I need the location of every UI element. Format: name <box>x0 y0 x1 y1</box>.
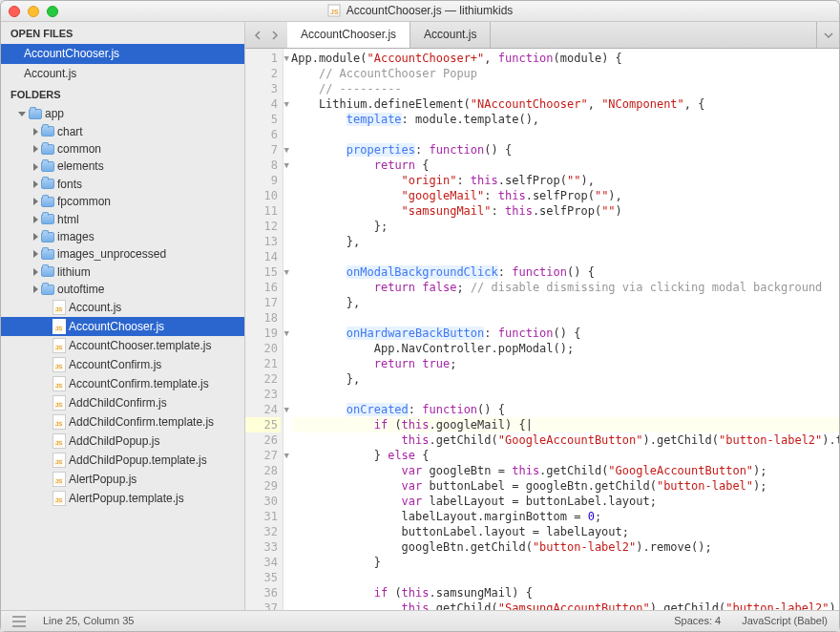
folder-icon <box>41 232 54 242</box>
minimize-icon[interactable] <box>28 6 39 17</box>
disclosure-icon[interactable] <box>33 198 38 205</box>
js-file-icon <box>52 300 66 315</box>
file-item[interactable]: AlertPopup.template.js <box>1 489 244 508</box>
close-icon[interactable] <box>9 6 20 17</box>
folder-icon <box>41 126 54 137</box>
tree-item-label: AddChildPopup.template.js <box>69 453 207 467</box>
folder-icon <box>41 197 54 207</box>
folder-icon <box>41 161 54 172</box>
tab[interactable]: AccountChooser.js <box>287 22 410 48</box>
file-item[interactable]: AccountChooser.js <box>1 317 244 336</box>
tree-item-label: AccountChooser.template.js <box>69 339 211 352</box>
js-file-icon <box>52 453 66 468</box>
folder-item[interactable]: elements <box>1 158 244 175</box>
folder-icon <box>41 249 54 260</box>
file-item[interactable]: AccountChooser.template.js <box>1 336 244 355</box>
tree-item-label: AddChildConfirm.template.js <box>69 415 214 429</box>
folders-header: FOLDERS <box>1 83 244 105</box>
file-item[interactable]: AddChildPopup.js <box>1 432 244 451</box>
open-file-item[interactable]: Account.js <box>1 64 244 83</box>
sidebar[interactable]: OPEN FILES AccountChooser.jsAccount.js F… <box>1 22 245 610</box>
title-center: JS AccountChooser.js — lithiumkids <box>327 4 514 17</box>
folder-item[interactable]: lithium <box>1 263 244 281</box>
js-file-icon <box>52 319 66 334</box>
indent-setting[interactable]: Spaces: 4 <box>674 615 721 627</box>
tab-container: AccountChooser.jsAccount.js <box>287 22 491 48</box>
tree-item-label: images <box>57 230 94 243</box>
disclosure-icon[interactable] <box>33 216 38 223</box>
js-file-icon <box>52 433 66 449</box>
folder-tree: appchartcommonelementsfontsfpcommonhtmli… <box>1 105 244 508</box>
disclosure-icon[interactable] <box>33 180 38 188</box>
disclosure-icon[interactable] <box>33 250 38 258</box>
tree-item-label: chart <box>57 125 83 138</box>
disclosure-icon[interactable] <box>33 145 38 153</box>
gutter[interactable]: 1▼234▼567▼8▼9101112131415▼16171819▼20212… <box>245 49 284 610</box>
folder-icon <box>29 109 42 119</box>
file-item[interactable]: AddChildPopup.template.js <box>1 451 244 470</box>
disclosure-icon[interactable] <box>33 285 38 293</box>
zoom-icon[interactable] <box>47 6 58 17</box>
tabbar: AccountChooser.jsAccount.js <box>245 22 839 49</box>
file-item[interactable]: AddChildConfirm.template.js <box>1 412 244 432</box>
folder-icon <box>41 284 54 295</box>
tree-item-label: html <box>57 213 79 226</box>
folder-item[interactable]: images_unprocessed <box>1 245 244 263</box>
folder-item[interactable]: fonts <box>1 176 244 193</box>
open-files-header: OPEN FILES <box>1 22 244 44</box>
tab-overflow-button[interactable] <box>816 22 839 48</box>
tree-item-label: Account.js <box>69 301 121 314</box>
file-item[interactable]: AccountConfirm.template.js <box>1 374 244 393</box>
tree-item-label: AddChildPopup.js <box>69 434 159 448</box>
folder-icon <box>41 214 54 224</box>
folder-item[interactable]: common <box>1 140 244 158</box>
tree-item-label: fpcommon <box>57 195 111 208</box>
tree-item-label: outoftime <box>57 283 104 296</box>
js-file-icon: JS <box>327 4 341 17</box>
tree-item-label: AlertPopup.js <box>69 473 136 486</box>
tab[interactable]: Account.js <box>410 22 491 48</box>
editor-pane: AccountChooser.jsAccount.js 1▼234▼567▼8▼… <box>245 22 839 610</box>
file-item[interactable]: AddChildConfirm.js <box>1 393 244 412</box>
js-file-icon <box>52 472 66 487</box>
file-item[interactable]: AccountConfirm.js <box>1 355 244 374</box>
language-mode[interactable]: JavaScript (Babel) <box>742 615 828 627</box>
titlebar[interactable]: JS AccountChooser.js — lithiumkids <box>1 1 839 22</box>
open-files-list: AccountChooser.jsAccount.js <box>1 44 244 83</box>
disclosure-icon[interactable] <box>33 268 38 276</box>
disclosure-icon[interactable] <box>33 128 38 136</box>
nav-forward-button[interactable] <box>266 27 284 44</box>
folder-item[interactable]: fpcommon <box>1 193 244 210</box>
disclosure-icon[interactable] <box>18 112 26 116</box>
js-file-icon <box>52 491 66 506</box>
folder-item[interactable]: app <box>1 105 244 122</box>
cursor-position[interactable]: Line 25, Column 35 <box>43 615 134 627</box>
window-controls <box>9 6 58 17</box>
file-item[interactable]: AlertPopup.js <box>1 470 244 489</box>
js-file-icon <box>52 395 66 411</box>
disclosure-icon[interactable] <box>33 163 38 171</box>
nav-back-button[interactable] <box>249 27 266 44</box>
nav-arrows <box>245 22 287 48</box>
tree-item-label: images_unprocessed <box>57 247 166 261</box>
tree-item-label: lithium <box>57 265 91 279</box>
js-file-icon <box>52 357 66 372</box>
menu-icon[interactable] <box>12 616 26 627</box>
tree-item-label: app <box>45 107 64 120</box>
tree-item-label: AccountChooser.js <box>69 320 164 333</box>
folder-item[interactable]: html <box>1 211 244 228</box>
tree-item-label: common <box>57 142 101 156</box>
folder-item[interactable]: chart <box>1 123 244 140</box>
file-item[interactable]: Account.js <box>1 298 244 317</box>
folder-item[interactable]: images <box>1 228 244 245</box>
code[interactable]: App.module("AccountChooser+", function(m… <box>284 49 839 610</box>
editor-window: JS AccountChooser.js — lithiumkids OPEN … <box>0 0 840 632</box>
open-file-item[interactable]: AccountChooser.js <box>1 44 244 63</box>
folder-icon <box>41 266 54 277</box>
disclosure-icon[interactable] <box>33 233 38 241</box>
tree-item-label: AlertPopup.template.js <box>69 492 184 505</box>
code-area[interactable]: 1▼234▼567▼8▼9101112131415▼16171819▼20212… <box>245 49 839 610</box>
folder-item[interactable]: outoftime <box>1 281 244 298</box>
js-file-icon <box>52 338 66 353</box>
js-file-icon <box>52 376 66 391</box>
